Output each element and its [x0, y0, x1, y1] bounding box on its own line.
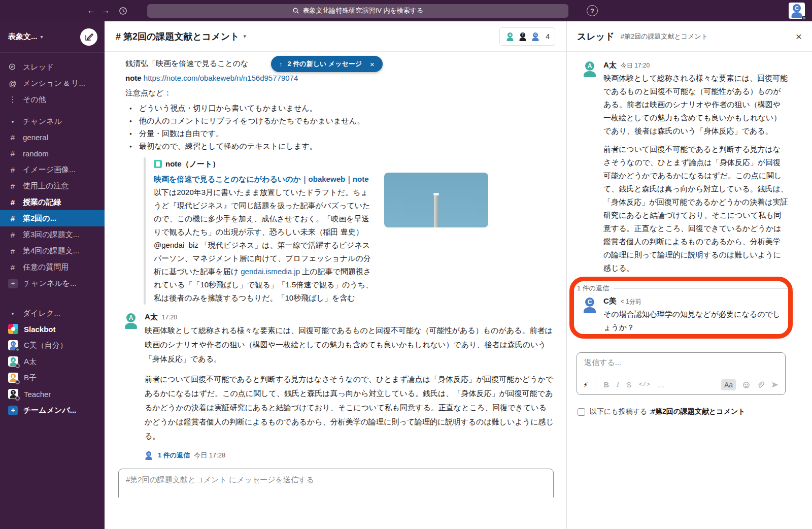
bullet-item: 分量・回数は自由です。 — [125, 127, 554, 140]
replier-avatar: C — [144, 450, 154, 460]
add-channel-button[interactable]: + チャンネルを... — [0, 275, 105, 291]
chimney-photo — [434, 193, 438, 227]
more-options-icon[interactable]: … — [658, 381, 665, 389]
gendai-link[interactable]: gendai.ismedia.jp — [241, 267, 300, 276]
avatar[interactable]: A — [122, 312, 140, 330]
dm-bko[interactable]: B B子 — [0, 370, 105, 386]
member-avatar: T — [518, 31, 528, 42]
author-name[interactable]: C美 — [603, 296, 617, 306]
avatar[interactable]: A — [581, 60, 599, 78]
composer-placeholder[interactable]: 返信する... — [577, 353, 785, 373]
channel-session4[interactable]: #第4回の課題文... — [0, 243, 105, 259]
help-icon[interactable]: ? — [587, 5, 598, 16]
send-icon[interactable] — [771, 381, 779, 389]
channel-random[interactable]: #random — [0, 145, 105, 161]
channel-label: random — [23, 149, 49, 158]
timestamp[interactable]: 17:20 — [162, 312, 177, 322]
composer-placeholder[interactable]: #第2回の課題文献とコメント にメッセージを送信する — [119, 469, 553, 491]
channel-general[interactable]: #general — [0, 129, 105, 145]
note-url-link[interactable]: https://note.com/obakeweb/n/n156d9577907… — [144, 74, 298, 82]
history-forward-icon[interactable]: → — [98, 6, 113, 16]
slack-app-window: ← → 表象文化論特殊研究演習IV 内を検索する ? C 表象文... ▾ — [0, 0, 812, 529]
composer-toolbar: ⚡ B I S </> — [119, 494, 553, 498]
new-messages-pill[interactable]: ↑ 2 件の新しい メッセージ × — [271, 56, 383, 72]
reply-count-link[interactable]: 1 件の返信 — [158, 451, 190, 460]
presence-dot — [15, 363, 20, 368]
add-teammates-label: チームメンバ... — [23, 406, 76, 415]
bold-icon[interactable]: B — [604, 381, 609, 389]
bullet-item: どういう視点・切り口から書いてもかまいません。 — [125, 102, 554, 114]
channels-section-header[interactable]: ▾ チャンネル — [0, 114, 105, 129]
avatar: A — [8, 356, 18, 367]
avatar[interactable]: C — [581, 296, 599, 314]
article-title-link[interactable]: 映画を倍速で見ることのなにがわるいのか｜obakeweb｜note — [154, 172, 376, 186]
close-icon[interactable]: × — [796, 30, 802, 43]
thread-reply-link[interactable]: C 1 件の返信 今日 17:28 — [144, 450, 554, 460]
sidebar-item-threads[interactable]: スレッド — [0, 59, 105, 75]
history-clock-icon[interactable] — [116, 7, 130, 15]
composer-toolbar: ⚡ B I S </> … Aa — [577, 375, 785, 394]
emoji-icon[interactable] — [742, 381, 750, 389]
close-icon[interactable]: × — [370, 60, 375, 69]
channel-images[interactable]: #イメージ画像... — [0, 161, 105, 178]
bullet-list: どういう視点・切り口から書いてもかまいません。 他の人のコメントにリプライをつけ… — [125, 102, 554, 152]
timestamp[interactable]: < 1分前 — [621, 296, 641, 307]
thread-reply-message: C C美 < 1分前 その場合認知心理学の知見などが必要になるのでしょうか？ — [567, 294, 812, 344]
dm-slackbot[interactable]: Slackbot — [0, 321, 105, 337]
italic-icon[interactable]: I — [617, 381, 619, 389]
dms-section-header[interactable]: ▾ ダイレク... — [0, 306, 105, 321]
author-name[interactable]: A太 — [603, 60, 617, 70]
workspace-switcher[interactable]: 表象文... ▾ — [0, 21, 105, 53]
search-text: 表象文化論特殊研究演習IV 内を検索する — [303, 6, 424, 15]
also-send-label: 以下にも投稿する :#第2回の課題文献とコメント — [590, 407, 746, 416]
channel-label: 授業の記録 — [23, 197, 61, 207]
dm-cmi-self[interactable]: C C美（自分） — [0, 337, 105, 353]
history-back-icon[interactable]: ← — [84, 6, 98, 16]
sidebar-item-more[interactable]: ⋮ その他 — [0, 91, 105, 108]
sidebar-item-label: スレッド — [23, 62, 54, 72]
hash-icon: # — [8, 149, 17, 158]
dm-label: C美（自分） — [24, 341, 67, 350]
sidebar-item-mentions[interactable]: @ メンション & リ... — [0, 75, 105, 91]
add-teammates-button[interactable]: + チームメンバ... — [0, 402, 105, 418]
message-composer[interactable]: #第2回の課題文献とコメント にメッセージを送信する ⚡ B I S </> — [118, 469, 554, 498]
section-label: ダイレク... — [23, 309, 60, 318]
dm-atai[interactable]: A A太 — [0, 353, 105, 370]
top-bar: ← → 表象文化論特殊研究演習IV 内を検索する ? C — [0, 0, 812, 21]
timestamp[interactable]: 今日 17:20 — [621, 60, 650, 71]
text-format-icon[interactable]: Aa — [721, 379, 736, 390]
channel-class-records[interactable]: #授業の記録 — [0, 194, 105, 210]
quote-bar — [144, 157, 146, 305]
channel-usage-notes[interactable]: #使用上の注意 — [0, 178, 105, 194]
channel-session2-selected[interactable]: #第2回の... — [0, 210, 105, 226]
reply-composer[interactable]: 返信する... ⚡ B I S </> … Aa — [577, 352, 786, 395]
thread-channel[interactable]: #第2回の課題文献とコメント — [621, 32, 708, 41]
message-paragraph: 前者について回復不可能であると判断する見方はなさそうなので、ひとまず論点は「身体… — [603, 143, 788, 275]
author-name[interactable]: A太 — [145, 312, 158, 322]
user-avatar[interactable]: C — [789, 3, 805, 21]
strikethrough-icon[interactable]: S — [627, 381, 631, 389]
plus-icon: + — [8, 406, 18, 415]
hash-icon: # — [8, 263, 17, 272]
dm-teacher[interactable]: T Teacher — [0, 386, 105, 402]
channel-members-button[interactable]: A T C 4 — [499, 27, 555, 46]
code-icon[interactable]: </> — [639, 381, 650, 388]
search-input[interactable]: 表象文化論特殊研究演習IV 内を検索する — [147, 4, 568, 18]
hash-icon: # — [8, 247, 17, 255]
new-message-button[interactable] — [80, 28, 97, 46]
channel-session3[interactable]: #第3回の課題文... — [0, 226, 105, 243]
channel-title[interactable]: # 第2回の課題文献とコメント — [116, 30, 240, 43]
slackbot-avatar — [8, 324, 18, 334]
article-thumbnail[interactable] — [384, 173, 488, 227]
avatar-letter: C — [11, 341, 16, 346]
channel-questions[interactable]: #任意の質問用 — [0, 259, 105, 275]
attach-icon[interactable] — [757, 381, 764, 389]
dm-label: A太 — [24, 357, 37, 367]
shortcuts-icon[interactable]: ⚡ — [583, 381, 588, 389]
also-send-checkbox[interactable] — [578, 408, 585, 416]
sidebar-item-label: その他 — [23, 95, 46, 105]
hash-icon: # — [8, 198, 17, 207]
hash-icon: # — [8, 214, 17, 223]
channel-label: 第4回の課題文... — [23, 246, 79, 256]
message-text-line: note https://note.com/obakeweb/n/n156d95… — [125, 71, 554, 85]
